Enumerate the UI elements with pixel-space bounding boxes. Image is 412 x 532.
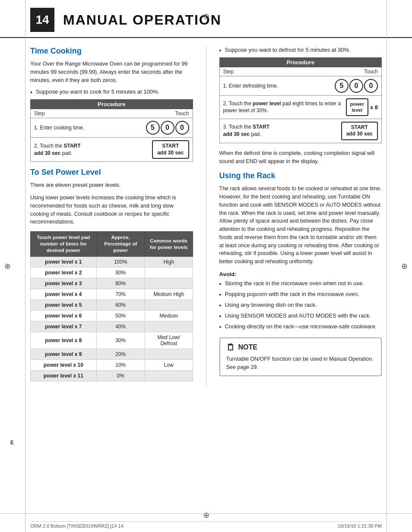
page-e-label: E [10,440,14,446]
avoid-bullet-icon: • [219,291,222,298]
step1-touch-1: 5 0 0 [146,121,189,135]
power-level-cell: power level x 11 [31,371,97,381]
bullet-icon: • [30,89,32,96]
power-table-row: power level x 470%Medium High [31,289,193,300]
procedure-table-2: Procedure Step Touch 1. Enter defrosting… [219,57,382,143]
power-level-body1: There are eleven preset power levels. [30,181,193,189]
avoid-item: •Popping popcorn with the rack in the mi… [219,291,382,298]
power-word-cell [145,300,193,311]
avoid-bullet-icon: • [219,313,222,320]
power-percent-cell: 60% [96,300,145,311]
time-cooking-heading: Time Cooking [30,47,193,56]
power-word-cell [145,349,193,360]
power-table-row: power level x 920% [31,349,193,360]
avoid-item: •Using SENSOR MODES and AUTO MODES with … [219,312,382,320]
power-word-cell [145,321,193,332]
page-footer: ORM 2.0 Bottom [TINSEB310WRRZ] [14 14 10… [30,521,382,529]
crosshair-left-icon: ⊕ [4,261,11,271]
x8-label: x 8 [370,104,378,110]
defrost-completion-text: When the defrost time is complete, cooki… [219,149,382,166]
avoid-heading: Avoid: [219,271,382,277]
step2-touch-1: START add 30 sec [152,140,189,159]
using-rack-body: The rack allows several foods to be cook… [219,185,382,266]
step-col-label-1: Step [34,110,45,116]
avoid-item-text: Cooking directly on the rack—use microwa… [225,323,377,330]
power-percent-cell: 70% [96,289,145,300]
avoid-list: •Storing the rack in the microwave oven … [219,280,382,331]
power-percent-cell: 50% [96,311,145,321]
power-level-cell: power level x 7 [31,321,97,332]
start-pad-line2-1: add 30 sec [157,150,184,157]
left-margin-line [25,0,25,532]
footer-right: 10/19/10 1:21:38 PM [338,523,382,529]
defrost-section: • Suppose you want to defrost for 5 minu… [219,47,382,165]
power-level-body2: Using lower power levels increases the c… [30,194,193,226]
start-pad-2: START add 30 sec [341,122,378,140]
procedure-row-2-1: 2. Touch the STARTadd 30 sec pad. START … [30,138,193,162]
power-level-cell: power level x 10 [31,360,97,371]
power-word-cell: High [145,257,193,268]
power-table-row: power level x 110% [31,371,193,381]
power-pad-line1: power [350,101,364,107]
defrost-bullet1-text: Suppose you want to defrost for 5 minute… [225,47,350,53]
avoid-bullet-icon: • [219,302,222,309]
power-table-row: power level x 380% [31,278,193,289]
power-level-cell: power level x 1 [31,257,97,268]
avoid-item: •Storing the rack in the microwave oven … [219,280,382,287]
power-pad-line2: level [350,107,364,113]
power-level-heading: To Set Power Level [30,168,193,177]
avoid-item: •Using any browning dish on the rack. [219,302,382,309]
key-5-2: 5 [335,79,349,93]
right-margin-line [387,0,387,532]
procedure-header-2: Procedure [219,57,382,67]
power-table-header-col1: Touch power level pad number of times fo… [31,232,97,257]
using-rack-section: Using the Rack The rack allows several f… [219,171,382,376]
time-cooking-bullet1: • Suppose you want to cook for 5 minutes… [30,88,193,96]
power-table-row: power level x 650%Medium [31,311,193,321]
power-percent-cell: 30% [96,332,145,349]
power-percent-cell: 80% [96,278,145,289]
time-cooking-body: Your Over the Range Microwave Oven can b… [30,60,193,84]
power-percent-cell: 100% [96,257,145,268]
power-word-cell: Med Low/ Defrost [145,332,193,349]
note-icon: 🗒 [226,343,235,353]
power-table-row: power level x 830%Med Low/ Defrost [31,332,193,349]
note-title-text: NOTE [238,343,257,351]
page-title: MANUAL OPERATION [63,12,222,28]
avoid-bullet-icon: • [219,280,222,287]
procedure-header-1: Procedure [30,99,193,109]
power-word-cell: Medium [145,311,193,321]
procedure-row-1-1: 1. Enter cooking time. 5 0 0 [30,118,193,138]
power-percent-cell: 40% [96,321,145,332]
power-percent-cell: 10% [96,360,145,371]
power-word-cell [145,371,193,381]
power-word-cell [145,268,193,278]
power-level-cell: power level x 4 [31,289,97,300]
start-pad-line1-1: START [157,143,184,150]
power-table-header-col3: Common words for power levels [145,232,193,257]
start-pad-1: START add 30 sec [152,140,189,159]
avoid-item-text: Using any browning dish on the rack. [225,302,317,308]
touch-col-label-2: Touch [364,69,378,75]
power-word-cell: Low [145,360,193,371]
crosshair-right-icon: ⊕ [401,261,408,271]
crosshair-bottom-icon: ⊕ [203,510,209,520]
power-level-cell: power level x 3 [31,278,97,289]
power-level-section: To Set Power Level There are eleven pres… [30,168,193,381]
power-word-cell [145,278,193,289]
bottom-horizontal-line [0,513,412,514]
power-percent-cell: 0% [96,371,145,381]
power-table-row: power level x 560% [31,300,193,311]
power-percent-cell: 20% [96,349,145,360]
key-0-1b: 0 [175,121,189,135]
note-text: Turntable ON/OFF function can be used in… [226,355,375,371]
avoid-item-text: Popping popcorn with the rack in the mic… [225,291,359,297]
power-level-table: Touch power level pad number of times fo… [30,231,193,381]
avoid-item-text: Storing the rack in the microwave oven w… [225,280,364,286]
step2-label-1: 2. Touch the STARTadd 30 sec pad. [34,142,148,157]
step3-label-2: 3. Touch the STARTadd 30 sec pad. [223,123,337,138]
key-0-2a: 0 [349,79,363,93]
procedure-row-1-2: 1. Enter defrosting time. 5 0 0 [219,76,382,96]
procedure-subheader-2: Step Touch [219,67,382,76]
time-cooking-section: Time Cooking Your Over the Range Microwa… [30,47,193,162]
